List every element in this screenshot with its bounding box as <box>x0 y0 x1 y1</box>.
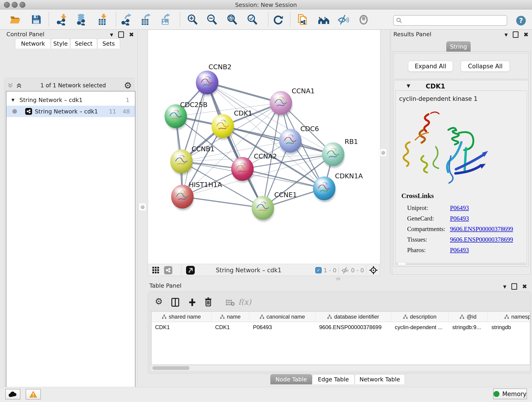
panel-close-icon[interactable]: ✖ <box>524 32 529 37</box>
tab-select[interactable]: Select <box>70 38 97 49</box>
zoom-fit-icon[interactable] <box>226 13 238 26</box>
open-in-window-icon[interactable] <box>186 266 195 274</box>
network-edge-CCNB2-HIST1H1A[interactable] <box>182 83 207 197</box>
expand-all-icon[interactable] <box>16 82 22 89</box>
network-node-RB1[interactable]: RB1 <box>322 138 358 168</box>
tab-string[interactable]: String <box>446 41 471 52</box>
memory-button[interactable]: Memory <box>493 389 527 399</box>
table-cell[interactable]: cyclin-dependent ... <box>391 322 449 332</box>
home-icon[interactable] <box>318 13 330 26</box>
column-header-database-identifier[interactable]: database identifier <box>316 312 391 322</box>
network-node-CCNE1[interactable]: CCNE1 <box>252 191 297 222</box>
zoom-out-icon[interactable] <box>206 13 218 26</box>
network-node-CDC25B[interactable]: CDC25B <box>165 101 208 130</box>
column-header-canonical-name[interactable]: canonical name <box>249 312 316 322</box>
table-cell[interactable]: CDK1 <box>211 322 249 332</box>
import-network-file-icon[interactable] <box>56 13 68 26</box>
results-hscrollbar-thumb[interactable] <box>398 262 406 265</box>
panel-float-icon[interactable] <box>118 32 124 38</box>
save-session-icon[interactable] <box>30 13 42 26</box>
function-builder-icon[interactable]: f(x) <box>238 298 251 306</box>
network-canvas[interactable]: CCNB2CCNA1CDC25BCDK1CDC6RB1CCNB1CCNA2CDK… <box>148 30 380 264</box>
fit-crosshair-icon[interactable] <box>369 266 378 276</box>
table-hscrollbar[interactable] <box>151 365 530 371</box>
column-header-namespace[interactable]: namespace <box>488 312 530 322</box>
zoom-in-icon[interactable] <box>186 13 198 26</box>
refresh-icon[interactable] <box>272 13 284 26</box>
results-hscrollbar[interactable] <box>396 263 526 264</box>
table-options-gear-icon[interactable]: ⚙ <box>155 297 163 306</box>
panel-collapse-icon[interactable]: ▼ <box>110 32 113 37</box>
export-table-icon[interactable] <box>140 13 152 26</box>
crosslink-uniprot-link[interactable]: P06493 <box>450 204 469 211</box>
tab-network-table[interactable]: Network Table <box>355 374 405 384</box>
open-session-icon[interactable] <box>9 13 21 26</box>
network-node-CCNB2[interactable]: CCNB2 <box>196 63 232 96</box>
search-box[interactable] <box>393 15 507 26</box>
share-document-icon[interactable] <box>297 13 309 26</box>
right-splitter-handle[interactable] <box>380 149 386 156</box>
tab-edge-table[interactable]: Edge Table <box>312 374 355 384</box>
show-view-eye-icon[interactable] <box>358 13 370 26</box>
table-hscrollbar-thumb[interactable] <box>152 366 190 370</box>
hidden-eye-slash-icon[interactable] <box>341 266 350 275</box>
panel-float-icon[interactable] <box>511 283 517 290</box>
delete-column-trash-icon[interactable] <box>204 298 212 307</box>
table-cell[interactable]: P06493 <box>249 322 316 332</box>
protein-name: CDK1 <box>426 83 445 90</box>
panel-float-icon[interactable] <box>513 32 519 38</box>
panel-collapse-icon[interactable]: ▼ <box>503 284 506 289</box>
network-row-selected[interactable]: String Network – cdk1 11 48 <box>6 106 135 117</box>
help-button[interactable]: ? <box>516 16 526 26</box>
selected-nodes-checkbox[interactable]: ✓ <box>315 267 322 274</box>
network-node-CCNA1[interactable]: CCNA1 <box>270 87 315 117</box>
collapse-all-button[interactable]: Collapse All <box>461 61 510 72</box>
column-header-shared-name[interactable]: shared name <box>152 312 211 322</box>
bottom-splitter-handle[interactable] <box>336 277 341 280</box>
panel-close-icon[interactable]: ✖ <box>522 284 527 289</box>
crosslink-pharos-link[interactable]: P06493 <box>450 247 469 254</box>
panel-close-icon[interactable]: ✖ <box>129 32 134 37</box>
column-header-description[interactable]: description <box>391 312 449 322</box>
tab-sets[interactable]: Sets <box>97 38 120 49</box>
cloud-button[interactable] <box>5 389 20 400</box>
zoom-selected-icon[interactable] <box>246 13 258 26</box>
tree-expander-icon[interactable]: ▼ <box>12 98 14 102</box>
tab-style[interactable]: Style <box>51 38 70 49</box>
crosslink-tissues-link[interactable]: 9606.ENSP00000378699 <box>450 236 513 243</box>
table-cell[interactable]: CDK1 <box>152 322 211 332</box>
table-cell[interactable]: 9606.ENSP00000378699 <box>316 322 391 332</box>
table-cell[interactable]: stringdb:9... <box>449 322 488 332</box>
search-input[interactable] <box>402 17 507 24</box>
tab-network[interactable]: Network <box>15 38 51 49</box>
export-image-icon[interactable] <box>160 13 172 26</box>
import-network-database-icon[interactable] <box>76 13 88 26</box>
warning-button[interactable] <box>26 389 41 400</box>
export-network-icon[interactable] <box>121 13 133 26</box>
expand-all-button[interactable]: Expand All <box>408 61 453 72</box>
delete-table-icon[interactable] <box>226 299 235 307</box>
network-node-HIST1H1A[interactable]: HIST1H1A <box>171 181 222 211</box>
network-thumbnail-icon[interactable] <box>164 266 172 274</box>
show-columns-icon[interactable] <box>171 298 179 307</box>
collapse-all-icon[interactable] <box>7 82 14 89</box>
grid-view-icon[interactable] <box>152 267 159 275</box>
network-collection-row[interactable]: ▼ String Network – cdk1 1 <box>6 94 135 106</box>
hide-panel-eye-slash-icon[interactable] <box>337 13 349 26</box>
column-header-id[interactable]: @id <box>449 312 488 322</box>
network-node-CDKN1A[interactable]: CDKN1A <box>313 172 363 202</box>
left-splitter-handle[interactable] <box>139 204 146 211</box>
tab-node-table[interactable]: Node Table <box>270 374 312 384</box>
network-edge-HIST1H1A-CCNE1[interactable] <box>182 197 263 208</box>
network-options-gear-icon[interactable]: ⚙ <box>124 81 132 90</box>
toolbar-separator <box>181 265 182 274</box>
protein-card-expander-icon[interactable]: ▼ <box>407 83 410 89</box>
add-column-icon[interactable] <box>188 298 196 307</box>
import-table-icon[interactable] <box>96 13 108 26</box>
crosslink-compartments-link[interactable]: 9606.ENSP00000378699 <box>450 225 513 233</box>
table-cell[interactable]: stringdb <box>488 322 530 332</box>
network-node-CDC6[interactable]: CDC6 <box>279 125 319 154</box>
crosslink-genecard-link[interactable]: P06493 <box>450 215 469 222</box>
panel-collapse-icon[interactable]: ▼ <box>505 32 508 37</box>
column-header-name[interactable]: name <box>211 312 249 322</box>
